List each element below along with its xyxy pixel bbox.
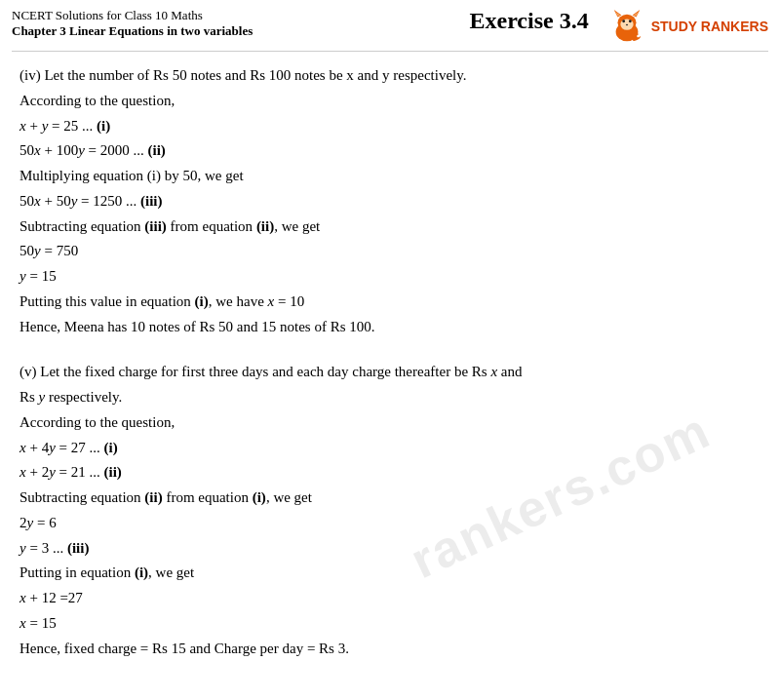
exercise-title-container: Exercise 3.4 [449,8,607,34]
ncert-title: NCERT Solutions for Class 10 Maths [12,8,449,23]
header-divider [12,51,768,52]
iv-eq2: 50x + 100y = 2000 ... (ii) [20,138,760,163]
page-container: NCERT Solutions for Class 10 Maths Chapt… [0,0,780,700]
content-area: (iv) Let the number of Rs 50 notes and R… [0,54,780,680]
v-intro2: Rs y respectively. [20,385,760,409]
iv-step3: Putting this value in equation (i), we h… [20,290,760,314]
v-eq5: x + 12 =27 [20,586,760,610]
svg-marker-4 [614,12,620,17]
iv-conclusion: Hence, Meena has 10 notes of Rs 50 and 1… [20,315,760,339]
v-step1: Subtracting equation (ii) from equation … [20,486,760,510]
fox-icon [608,8,645,45]
iv-eq1: x + y = 25 ... (i) [20,114,760,138]
v-eq6: x = 15 [20,611,760,636]
section-iv: (iv) Let the number of Rs 50 notes and R… [20,63,760,338]
svg-point-8 [629,19,632,22]
section-gap [20,348,760,360]
iv-eq4: 50y = 750 [20,239,760,263]
v-step2: Putting in equation (i), we get [20,561,760,585]
logo-container: STUDY RANKERS [608,8,768,45]
exercise-title: Exercise 3.4 [469,8,588,34]
svg-marker-5 [633,12,639,17]
v-eq4: y = 3 ... (iii) [20,536,760,561]
iv-step1: Multiplying equation (i) by 50, we get [20,164,760,188]
header: NCERT Solutions for Class 10 Maths Chapt… [0,0,780,49]
v-according: According to the question, [20,410,760,435]
iv-step2: Subtracting equation (iii) from equation… [20,214,760,239]
iv-eq3: 50x + 50y = 1250 ... (iii) [20,189,760,214]
v-eq3: 2y = 6 [20,511,760,535]
v-eq1: x + 4y = 27 ... (i) [20,436,760,460]
section-v: (v) Let the fixed charge for first three… [20,360,760,660]
svg-point-9 [626,24,628,26]
header-left: NCERT Solutions for Class 10 Maths Chapt… [12,8,449,39]
iv-according: According to the question, [20,89,760,113]
chapter-title: Chapter 3 Linear Equations in two variab… [12,23,449,39]
iv-eq5: y = 15 [20,264,760,289]
iv-intro: (iv) Let the number of Rs 50 notes and R… [20,63,760,88]
v-intro: (v) Let the fixed charge for first three… [20,360,760,384]
svg-point-7 [622,19,625,22]
v-conclusion: Hence, fixed charge = Rs 15 and Charge p… [20,637,760,661]
v-eq2: x + 2y = 21 ... (ii) [20,460,760,485]
study-rankers-label: STUDY RANKERS [651,19,768,34]
